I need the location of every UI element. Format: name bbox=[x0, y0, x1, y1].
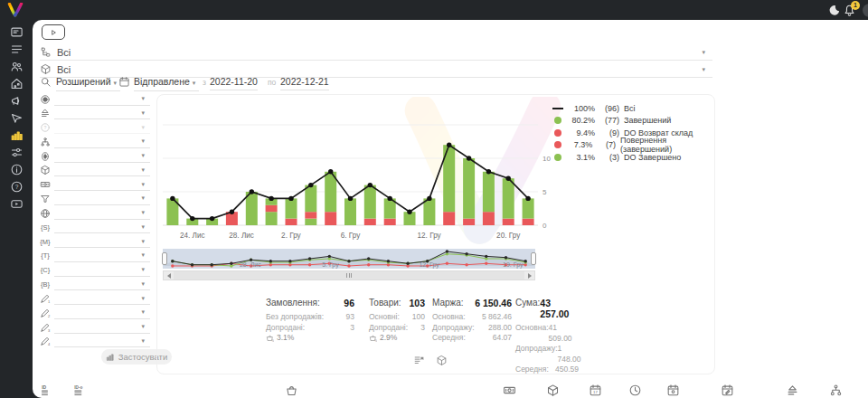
brand-logo-icon[interactable] bbox=[7, 3, 24, 17]
date-from-input[interactable]: 2022-11-20 bbox=[210, 76, 258, 90]
chevron-down-icon: ▾ bbox=[141, 137, 145, 146]
filter-select-6[interactable]: ▾ bbox=[40, 164, 150, 177]
filter-select-11[interactable]: {M} ▾ bbox=[40, 235, 150, 249]
filter-select-field[interactable]: ▾ bbox=[54, 193, 150, 205]
toggle-product-view[interactable] bbox=[436, 355, 448, 366]
legend-item-1[interactable]: 100% (96) Всі bbox=[552, 102, 714, 115]
filter-select-10[interactable]: {S} ▾ bbox=[40, 221, 150, 234]
filter-select-field[interactable]: ▾ bbox=[54, 207, 150, 220]
toolbar-calendar-edit-button[interactable] bbox=[721, 384, 734, 397]
legend-label: Завершений bbox=[624, 116, 671, 125]
svg-text:5: 5 bbox=[542, 188, 547, 196]
filter-select-field[interactable]: ▾ bbox=[54, 164, 150, 176]
filter-select-field[interactable]: ▾ bbox=[54, 235, 150, 248]
list-icon bbox=[10, 43, 24, 56]
chart-scrollbar bbox=[163, 270, 535, 280]
filter-select-field[interactable]: ▾ bbox=[54, 335, 150, 347]
filter-select-field[interactable]: ▾ bbox=[54, 107, 150, 119]
chart-legend: 100% (96) Всі 80.2% (77) Завершений 9.4%… bbox=[552, 102, 714, 164]
stat-sub-label: Середня: bbox=[432, 333, 466, 344]
toggle-list-view[interactable] bbox=[413, 355, 425, 366]
legend-percent: 7.3% bbox=[567, 140, 592, 149]
scroll-left-button[interactable] bbox=[164, 271, 174, 280]
scrollbar-track[interactable] bbox=[174, 271, 524, 280]
filter-select-field[interactable]: ▾ bbox=[54, 150, 150, 163]
filter-select-field[interactable]: ▾ bbox=[54, 221, 150, 233]
toolbar-basket-button[interactable] bbox=[285, 384, 298, 397]
filter-select-field[interactable]: ▾ bbox=[54, 178, 150, 191]
filter-select-2[interactable]: ▾ bbox=[40, 107, 150, 120]
sidebar-item-settings[interactable] bbox=[10, 146, 24, 159]
filter-select-field[interactable]: ▾ bbox=[54, 321, 150, 334]
filter-select-field[interactable]: ▾ bbox=[54, 121, 150, 134]
toolbar-orgchart-button[interactable] bbox=[829, 384, 843, 397]
sidebar-item-help[interactable]: ? bbox=[10, 180, 24, 194]
svg-text:%: % bbox=[272, 339, 274, 342]
stat-value: 103 bbox=[409, 298, 425, 308]
legend-item-2[interactable]: 80.2% (77) Завершений bbox=[552, 115, 714, 128]
theme-moon-icon[interactable] bbox=[827, 4, 841, 17]
filter-select-field[interactable]: ▾ bbox=[54, 93, 150, 106]
package-icon bbox=[40, 165, 51, 175]
legend-item-4[interactable]: 7.3% (7) Повернення (завершений) bbox=[552, 139, 714, 152]
toolbar-layers-button[interactable] bbox=[786, 384, 799, 397]
svg-text:17: 17 bbox=[593, 390, 598, 394]
toolbar-package-button[interactable] bbox=[546, 384, 560, 397]
filter-select-16[interactable]: 2 ▾ bbox=[40, 306, 150, 319]
toolbar-banknote-button[interactable] bbox=[503, 384, 516, 397]
status-group-select[interactable]: Всі ▾ bbox=[40, 44, 712, 61]
sidebar-item-warehouse[interactable] bbox=[10, 77, 24, 90]
filter-select-14[interactable]: {B} ▾ bbox=[40, 278, 150, 291]
filter-select-field[interactable]: ▾ bbox=[54, 278, 150, 290]
sidebar-item-analytics[interactable] bbox=[10, 128, 24, 142]
date-field-select[interactable]: Відправлене ▾ bbox=[134, 76, 199, 91]
date-to-input[interactable]: 2022-12-21 bbox=[280, 76, 329, 90]
filter-select-9[interactable]: ▾ bbox=[40, 206, 150, 220]
toolbar-id-list-button[interactable]: ID bbox=[40, 384, 53, 397]
arrow-right-icon bbox=[528, 273, 532, 279]
filter-select-18[interactable]: 4 ▾ bbox=[40, 335, 150, 348]
filter-select-4[interactable]: ▾ bbox=[40, 135, 150, 148]
toolbar-calendar-s-button[interactable] bbox=[666, 384, 680, 397]
toolbar-id-o-button[interactable]: ID-o bbox=[73, 384, 87, 397]
stat-sub-value: 3 bbox=[420, 323, 425, 334]
sidebar-item-dispatch[interactable] bbox=[10, 111, 24, 125]
filter-select-field[interactable]: ▾ bbox=[54, 307, 150, 319]
sidebar-item-clients[interactable] bbox=[10, 60, 24, 73]
filter-select-13[interactable]: {C} ▾ bbox=[40, 263, 150, 277]
navigator-handle-left[interactable] bbox=[162, 252, 167, 265]
id-o-icon: ID-o bbox=[73, 384, 87, 397]
filter-select-field[interactable]: ▾ bbox=[54, 292, 150, 305]
svg-text:2. Гру: 2. Гру bbox=[281, 232, 302, 240]
filter-select-field[interactable]: ▾ bbox=[54, 264, 150, 277]
chart-navigator[interactable]: 28. Лис5. Гру12. Гру19. Гру bbox=[163, 249, 535, 269]
sidebar-item-video-guide[interactable] bbox=[10, 197, 24, 211]
filter-select-field[interactable]: ▾ bbox=[54, 136, 150, 148]
sidebar-item-marketing[interactable] bbox=[10, 94, 24, 108]
chevron-down-icon: ▾ bbox=[702, 65, 705, 74]
filter-select-8[interactable]: ▾ bbox=[40, 192, 150, 205]
filter-select-12[interactable]: {T} ▾ bbox=[40, 249, 150, 262]
filter-select-1[interactable]: ▾ bbox=[40, 92, 150, 106]
navigator-label: 19. Гру bbox=[503, 261, 523, 268]
video-guide-button[interactable] bbox=[42, 24, 65, 40]
svg-text:ID: ID bbox=[42, 384, 46, 390]
filter-select-5[interactable]: ▾ bbox=[40, 149, 150, 163]
toolbar-calendar-17-button[interactable]: 17 bbox=[589, 384, 602, 397]
stat-sub-value: 1 748.00 bbox=[558, 344, 581, 365]
navigator-handle-right[interactable] bbox=[531, 252, 536, 265]
sidebar-item-dashboard[interactable] bbox=[10, 25, 24, 39]
filter-select-field[interactable]: ▾ bbox=[54, 250, 150, 262]
sidebar-item-info[interactable] bbox=[10, 163, 24, 176]
sidebar-item-orders[interactable] bbox=[10, 43, 24, 56]
avatar[interactable] bbox=[863, 4, 868, 17]
scroll-right-button[interactable] bbox=[524, 271, 534, 280]
filter-select-17[interactable]: 3 ▾ bbox=[40, 320, 150, 334]
filter-select-7[interactable]: ▾ bbox=[40, 178, 150, 192]
calendar-17-icon: 17 bbox=[589, 384, 602, 397]
search-mode-select[interactable]: Розширений ▾ bbox=[56, 76, 120, 91]
pencil-icon: 2 bbox=[40, 308, 51, 318]
chevron-down-icon: ▾ bbox=[141, 322, 145, 331]
toolbar-clock-button[interactable] bbox=[628, 384, 642, 397]
filter-select-15[interactable]: 1 ▾ bbox=[40, 292, 150, 306]
